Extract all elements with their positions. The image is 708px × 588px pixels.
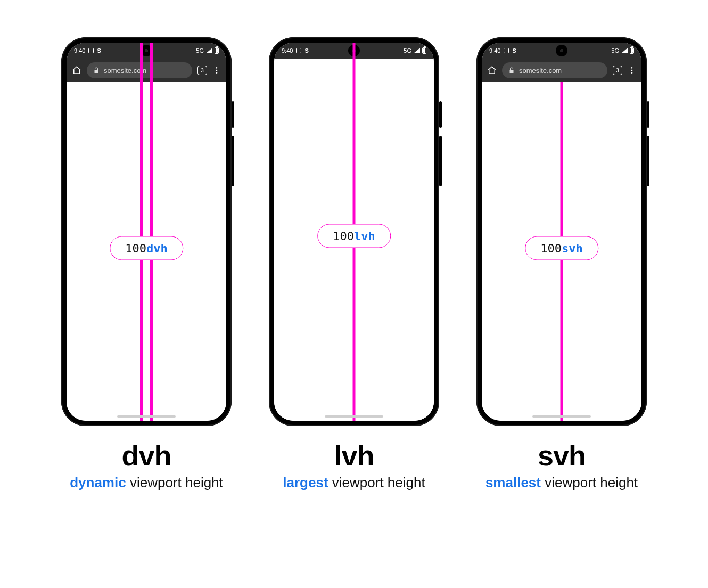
status-left: 9:40S — [282, 47, 309, 54]
browser-toolbar: somesite.com3 — [67, 59, 226, 82]
sync-icon: S — [304, 47, 308, 54]
home-icon[interactable] — [72, 66, 81, 75]
unit-pill: 100dvh — [110, 236, 183, 260]
lock-icon — [508, 67, 515, 74]
status-bar: 9:40S5G — [67, 43, 226, 59]
caption-rest: viewport height — [332, 475, 425, 491]
camera-cutout — [141, 45, 152, 56]
camera-cutout — [348, 45, 360, 56]
camera-cutout — [556, 45, 567, 56]
page-viewport: 100lvh — [274, 59, 434, 421]
unit-pill-value: 100 — [333, 230, 354, 243]
page-viewport: 100svh — [482, 82, 641, 421]
omnibox[interactable]: somesite.com — [502, 62, 607, 78]
svg-point-8 — [631, 72, 633, 74]
status-left: 9:40S — [74, 47, 101, 54]
phone-screen: 9:40S5Gsomesite.com3100dvh — [67, 43, 226, 421]
variant-dvh: 9:40S5Gsomesite.com3100dvhdvhdynamic vie… — [61, 37, 232, 491]
caption: dvhdynamic viewport height — [70, 440, 223, 491]
status-bar: 9:40S5G — [274, 43, 434, 59]
omnibox-url: somesite.com — [104, 67, 146, 75]
gesture-bar — [532, 415, 591, 418]
battery-icon — [215, 47, 219, 54]
caption-description: dynamic viewport height — [70, 475, 223, 491]
lock-icon — [93, 67, 100, 74]
page-viewport: 100dvh — [67, 82, 226, 421]
phone-screen: 9:40S5Gsomesite.com3100lvh — [274, 43, 434, 421]
unit-pill-unit: svh — [562, 241, 583, 255]
caption-accent: smallest — [485, 475, 541, 491]
status-right: 5G — [196, 47, 219, 54]
sync-icon: S — [512, 47, 516, 54]
tab-count[interactable]: 3 — [197, 66, 207, 75]
status-right: 5G — [404, 47, 426, 54]
home-icon[interactable] — [487, 66, 497, 75]
network-label: 5G — [196, 47, 204, 54]
omnibox[interactable]: somesite.com — [87, 62, 192, 78]
svg-point-1 — [216, 70, 218, 71]
omnibox-url: somesite.com — [519, 67, 562, 75]
unit-pill-unit: dvh — [146, 241, 168, 255]
caption: lvhlargest viewport height — [283, 440, 425, 491]
notification-icon — [296, 48, 301, 53]
diagram-row: 9:40S5Gsomesite.com3100dvhdvhdynamic vie… — [61, 37, 647, 491]
unit-pill-value: 100 — [125, 241, 146, 255]
caption-rest: viewport height — [545, 475, 638, 491]
caption-description: smallest viewport height — [485, 475, 638, 491]
power-button — [439, 101, 442, 128]
height-indicator-line — [140, 43, 143, 421]
signal-icon — [414, 48, 420, 53]
caption-accent: largest — [283, 475, 328, 491]
svg-point-7 — [631, 70, 633, 71]
notification-icon — [504, 48, 509, 53]
volume-button — [232, 136, 234, 186]
phone-screen: 9:40S5Gsomesite.com3100svh — [482, 43, 641, 421]
unit-pill: 100lvh — [317, 224, 391, 248]
svg-point-6 — [631, 67, 633, 69]
volume-button — [439, 136, 442, 186]
caption-unit: lvh — [283, 440, 425, 471]
variant-svh: 9:40S5Gsomesite.com3100svhsvhsmallest vi… — [476, 37, 647, 491]
caption-description: largest viewport height — [283, 475, 425, 491]
variant-lvh: 9:40S5Gsomesite.com3100lvhlvhlargest vie… — [269, 37, 439, 491]
network-label: 5G — [404, 47, 411, 54]
status-time: 9:40 — [74, 47, 85, 54]
sync-icon: S — [97, 47, 101, 54]
caption-unit: svh — [485, 440, 638, 471]
caption: svhsmallest viewport height — [485, 440, 638, 491]
status-left: 9:40S — [489, 47, 516, 54]
network-label: 5G — [611, 47, 619, 54]
status-right: 5G — [611, 47, 634, 54]
height-indicator-line — [150, 43, 153, 421]
status-time: 9:40 — [282, 47, 293, 54]
notification-icon — [88, 48, 94, 53]
overflow-menu-icon[interactable] — [212, 66, 221, 75]
phone-frame: 9:40S5Gsomesite.com3100lvh — [269, 37, 439, 426]
status-bar: 9:40S5G — [482, 43, 641, 59]
caption-unit: dvh — [70, 440, 223, 471]
phone-frame: 9:40S5Gsomesite.com3100svh — [476, 37, 647, 426]
volume-button — [647, 136, 649, 186]
svg-point-0 — [216, 67, 218, 69]
overflow-menu-icon[interactable] — [628, 66, 636, 75]
phone-frame: 9:40S5Gsomesite.com3100dvh — [61, 37, 232, 426]
height-indicator-lines — [140, 43, 153, 421]
unit-pill-value: 100 — [540, 241, 562, 255]
gesture-bar — [117, 415, 176, 418]
caption-accent: dynamic — [70, 475, 126, 491]
power-button — [647, 101, 649, 128]
tab-count[interactable]: 3 — [613, 66, 622, 75]
gesture-bar — [325, 415, 383, 418]
signal-icon — [206, 48, 212, 53]
battery-icon — [422, 47, 426, 54]
unit-pill-unit: lvh — [354, 230, 375, 243]
battery-icon — [630, 47, 634, 54]
browser-toolbar: somesite.com3 — [482, 59, 641, 82]
signal-icon — [621, 48, 628, 53]
caption-rest: viewport height — [130, 475, 223, 491]
svg-point-2 — [216, 72, 218, 74]
unit-pill: 100svh — [525, 236, 598, 260]
status-time: 9:40 — [489, 47, 500, 54]
power-button — [232, 101, 234, 128]
